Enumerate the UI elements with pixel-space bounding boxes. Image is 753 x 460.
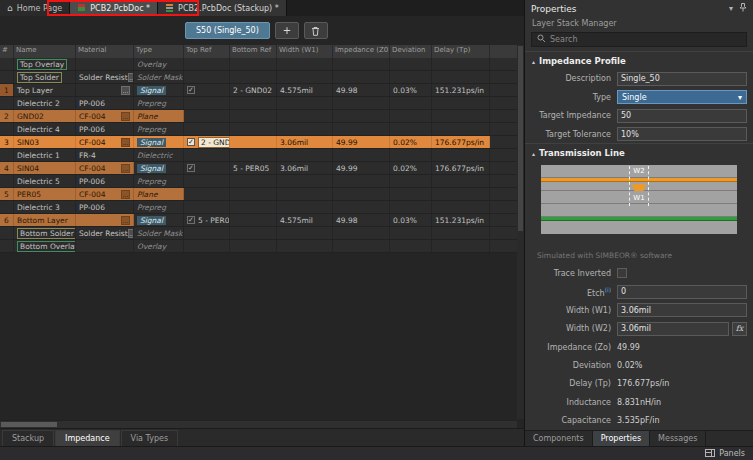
column-header[interactable]: Deviation bbox=[390, 45, 432, 58]
panel-tab-properties[interactable]: Properties bbox=[593, 431, 650, 446]
column-header[interactable]: Width (W1) bbox=[277, 45, 333, 58]
table-row[interactable]: Dielectric 1FR-4Dielectric bbox=[0, 149, 517, 162]
column-header[interactable]: Material bbox=[76, 45, 134, 58]
column-header[interactable]: Type bbox=[134, 45, 184, 58]
trace-inverted-checkbox[interactable] bbox=[617, 268, 627, 278]
table-row[interactable]: Dielectric 4PP-006Prepreg bbox=[0, 123, 517, 136]
description-input[interactable] bbox=[617, 72, 747, 86]
table-row[interactable]: Top OverlayOverlay bbox=[0, 58, 517, 71]
material-browse-button[interactable]: … bbox=[121, 216, 130, 225]
stackup-editor-region: ⌂ Home Page PCB2.PcbDoc * PCB2.PcbDoc (S… bbox=[0, 0, 524, 446]
editor-tab-via-types[interactable]: Via Types bbox=[121, 430, 179, 446]
layer-type: Dielectric bbox=[137, 151, 173, 160]
table-row[interactable]: Dielectric 5PP-006Prepreg bbox=[0, 175, 517, 188]
table-row[interactable]: 3SIN03CF-004…Signal✓2 - GND023.06mil49.9… bbox=[0, 136, 517, 149]
material-cell: CF-004… bbox=[76, 110, 134, 122]
top-ref-value[interactable]: 5 - PER05 bbox=[198, 216, 230, 225]
impedance-checkbox[interactable]: ✓ bbox=[187, 86, 195, 94]
deviation-cell bbox=[390, 110, 432, 122]
width-w1-input[interactable] bbox=[617, 303, 747, 317]
table-row[interactable]: Bottom OverlayOverlay bbox=[0, 240, 517, 253]
table-row[interactable]: Dielectric 3PP-006Prepreg bbox=[0, 201, 517, 214]
scrollbar-thumb[interactable] bbox=[1, 422, 57, 427]
section-transmission-line[interactable]: ▴ Transmission Line bbox=[525, 143, 753, 161]
bottom-ref-cell bbox=[230, 149, 277, 161]
table-row[interactable]: 1Top Layer…Signal✓2 - GND024.575mil49.98… bbox=[0, 84, 517, 97]
layer-name-cell: Dielectric 4 bbox=[14, 123, 76, 135]
etch-input[interactable] bbox=[617, 285, 747, 299]
row-filler bbox=[490, 240, 517, 252]
column-header[interactable]: Bottom Ref bbox=[230, 45, 277, 58]
table-row[interactable]: 6Bottom Layer…Signal✓5 - PER054.575mil49… bbox=[0, 214, 517, 227]
fx-button[interactable]: fx bbox=[732, 322, 747, 336]
editor-tab-impedance[interactable]: Impedance bbox=[55, 430, 120, 446]
layer-name-cell: PER05 bbox=[14, 188, 76, 200]
impedance-editor: S50 (Single_50) + #NameMaterialTypeTop R… bbox=[0, 16, 524, 446]
collapse-arrow-icon: ▴ bbox=[532, 58, 535, 65]
layer-type: Prepreg bbox=[137, 203, 166, 212]
scrollbar-thumb[interactable] bbox=[518, 46, 523, 231]
type-cell: Signal bbox=[134, 136, 184, 148]
top-ref-cell bbox=[184, 227, 230, 239]
top-ref-value[interactable]: 2 - GND02 bbox=[198, 137, 230, 148]
table-row[interactable]: 5PER05CF-004…Plane bbox=[0, 188, 517, 201]
tab-pcb2-pcbdoc[interactable]: PCB2.PcbDoc * bbox=[70, 0, 158, 16]
search-input[interactable]: Search bbox=[531, 32, 747, 47]
add-profile-button[interactable]: + bbox=[275, 22, 299, 39]
pin-icon[interactable] bbox=[739, 3, 747, 14]
dimension-line bbox=[648, 166, 649, 206]
impedance-cell bbox=[333, 201, 390, 213]
impedance-cell: 49.99 bbox=[333, 162, 390, 174]
layer-name: Bottom Layer bbox=[17, 216, 68, 225]
delete-profile-button[interactable] bbox=[304, 22, 328, 39]
table-row[interactable]: 2GND02CF-004…Plane bbox=[0, 110, 517, 123]
panel-tab-components[interactable]: Components bbox=[525, 431, 593, 446]
table-row[interactable]: Dielectric 2PP-006Prepreg bbox=[0, 97, 517, 110]
panel-tab-messages[interactable]: Messages bbox=[650, 431, 706, 446]
table-row[interactable]: Top SolderSolder Resist…Solder Mask bbox=[0, 71, 517, 84]
material-browse-button[interactable]: … bbox=[121, 138, 130, 147]
column-header[interactable]: Impedance (Z0) bbox=[333, 45, 390, 58]
top-ref-cell bbox=[184, 97, 230, 109]
delay-cell: 151.231ps/in bbox=[432, 214, 490, 226]
tab-home-page[interactable]: ⌂ Home Page bbox=[0, 0, 70, 16]
editor-tab-stackup[interactable]: Stackup bbox=[2, 430, 54, 446]
column-header[interactable]: Name bbox=[14, 45, 76, 58]
vertical-scrollbar[interactable] bbox=[517, 45, 524, 419]
impedance-profile-button[interactable]: S50 (Single_50) bbox=[185, 22, 270, 39]
chevron-down-icon[interactable]: ▾ bbox=[729, 4, 733, 13]
panels-button[interactable]: Panels bbox=[697, 447, 753, 460]
material-browse-button[interactable]: … bbox=[121, 190, 130, 199]
material-name: PP-006 bbox=[79, 125, 105, 134]
width-w2-input[interactable] bbox=[617, 322, 729, 336]
column-header[interactable]: # bbox=[0, 45, 14, 58]
row-filler bbox=[490, 149, 517, 161]
material-browse-button[interactable]: … bbox=[121, 164, 130, 173]
impedance-checkbox[interactable]: ✓ bbox=[187, 216, 195, 224]
chevron-down-icon: ▾ bbox=[738, 93, 742, 102]
delay-cell bbox=[432, 110, 490, 122]
impedance-checkbox[interactable]: ✓ bbox=[187, 138, 195, 146]
impedance-checkbox[interactable]: ✓ bbox=[187, 164, 195, 172]
table-row[interactable]: 4SIN04CF-004…Signal✓5 - PER053.06mil49.9… bbox=[0, 162, 517, 175]
row-filler bbox=[490, 136, 517, 148]
horizontal-scrollbar[interactable] bbox=[0, 420, 517, 428]
type-select[interactable]: Single ▾ bbox=[617, 90, 747, 104]
section-impedance-profile[interactable]: ▴ Impedance Profile bbox=[525, 51, 753, 69]
target-impedance-input[interactable] bbox=[617, 109, 747, 123]
column-header[interactable]: Top Ref bbox=[184, 45, 230, 58]
tab-pcb2-pcbdoc-stackup[interactable]: PCB2.PcbDoc (Stackup) * bbox=[158, 0, 287, 16]
layer-type: Overlay bbox=[137, 242, 166, 251]
dielectric-layer bbox=[541, 221, 737, 234]
material-name: CF-004 bbox=[79, 164, 106, 173]
column-header[interactable]: Delay (Tp) bbox=[432, 45, 490, 58]
delay-cell bbox=[432, 201, 490, 213]
material-browse-button[interactable]: … bbox=[121, 86, 130, 95]
table-row[interactable]: Bottom SolderSolder Resist…Solder Mask bbox=[0, 227, 517, 240]
width-cell: 4.575mil bbox=[277, 84, 333, 96]
material-browse-button[interactable]: … bbox=[121, 112, 130, 121]
layer-name-cell: Bottom Solder bbox=[14, 227, 76, 239]
target-tolerance-input[interactable] bbox=[617, 127, 747, 141]
bottom-ref-cell bbox=[230, 240, 277, 252]
deviation-cell bbox=[390, 123, 432, 135]
